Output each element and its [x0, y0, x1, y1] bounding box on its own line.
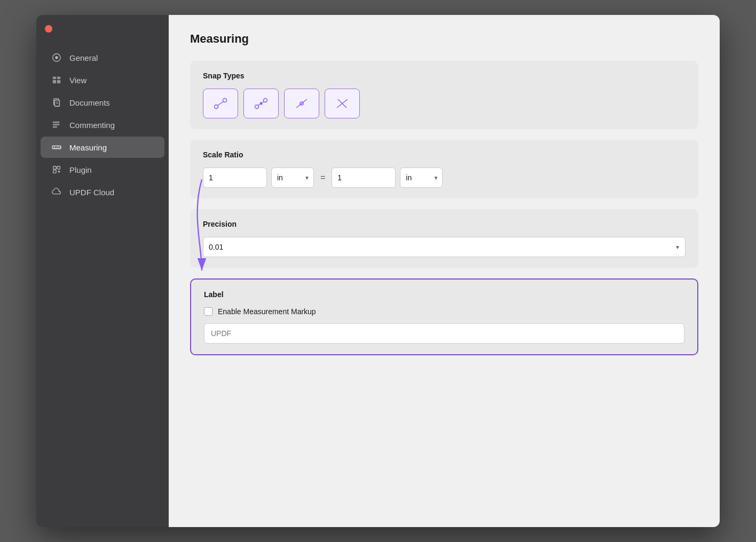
title-bar — [36, 15, 169, 43]
sidebar-item-plugin[interactable]: Plugin — [41, 159, 164, 180]
precision-title: Precision — [203, 220, 686, 228]
sidebar-item-measuring-label: Measuring — [69, 143, 107, 152]
close-button[interactable] — [45, 25, 52, 33]
measuring-icon — [51, 142, 62, 153]
sidebar: General View — [36, 15, 169, 527]
cloud-icon — [51, 187, 62, 197]
scale-left-unit-select[interactable]: in cm mm pt ft m — [271, 168, 314, 188]
sidebar-item-view[interactable]: View — [41, 69, 164, 91]
plugin-icon — [51, 164, 62, 175]
snap-types-grid — [203, 89, 686, 118]
svg-rect-16 — [53, 126, 57, 128]
svg-line-27 — [217, 101, 224, 106]
svg-rect-24 — [53, 170, 56, 173]
svg-rect-3 — [57, 77, 60, 79]
enable-measurement-markup-label: Enable Measurement Markup — [218, 307, 316, 316]
enable-measurement-markup-checkbox[interactable] — [204, 307, 212, 316]
snap-type-btn-3[interactable] — [284, 89, 319, 118]
documents-icon — [51, 97, 62, 108]
precision-select[interactable]: 0.001 0.01 0.1 1 — [203, 237, 686, 257]
svg-rect-15 — [53, 124, 60, 125]
sidebar-item-view-label: View — [69, 76, 86, 85]
label-section-title: Label — [204, 290, 684, 299]
main-content: Measuring Snap Types — [169, 15, 720, 527]
svg-rect-5 — [57, 80, 60, 83]
sidebar-item-general[interactable]: General — [41, 47, 164, 68]
svg-line-32 — [296, 99, 307, 108]
label-checkbox-row: Enable Measurement Markup — [204, 307, 684, 316]
svg-rect-17 — [52, 146, 61, 148]
general-icon — [51, 52, 62, 63]
sidebar-item-commenting[interactable]: Commenting — [41, 114, 164, 136]
label-section: Label Enable Measurement Markup — [190, 278, 698, 355]
svg-rect-4 — [53, 80, 56, 83]
svg-line-35 — [338, 99, 346, 108]
precision-select-wrapper: 0.001 0.01 0.1 1 ▼ — [203, 237, 686, 257]
scale-right-value-input[interactable] — [332, 168, 396, 188]
svg-rect-14 — [53, 122, 60, 123]
app-window: General View — [36, 15, 720, 527]
scale-ratio-row: in cm mm pt ft m ▼ = in cm mm — [203, 168, 686, 188]
precision-section: Precision 0.001 0.01 0.1 1 ▼ — [190, 209, 698, 268]
scale-ratio-title: Scale Ratio — [203, 150, 686, 159]
scale-right-unit-select[interactable]: in cm mm pt ft m — [400, 168, 443, 188]
snap-type-btn-2[interactable] — [243, 89, 279, 118]
svg-rect-2 — [53, 77, 56, 79]
snap-types-section: Snap Types — [190, 61, 698, 129]
page-title: Measuring — [190, 32, 698, 46]
svg-point-31 — [260, 102, 263, 105]
sidebar-item-updf-cloud-label: UPDF Cloud — [69, 188, 114, 197]
sidebar-item-commenting-label: Commenting — [69, 121, 115, 130]
snap-types-title: Snap Types — [203, 71, 686, 80]
sidebar-item-documents[interactable]: Documents — [41, 92, 164, 113]
scale-left-value-input[interactable] — [203, 168, 267, 188]
snap-type-btn-1[interactable] — [203, 89, 238, 118]
snap-type-btn-4[interactable] — [325, 89, 360, 118]
scale-left-unit-wrapper: in cm mm pt ft m ▼ — [271, 168, 314, 188]
sidebar-item-general-label: General — [69, 53, 98, 62]
view-icon — [51, 75, 62, 85]
sidebar-item-measuring[interactable]: Measuring — [41, 137, 164, 158]
equals-sign: = — [320, 173, 325, 182]
sidebar-item-plugin-label: Plugin — [69, 165, 92, 174]
scale-right-unit-wrapper: in cm mm pt ft m ▼ — [400, 168, 443, 188]
scale-ratio-section: Scale Ratio in cm mm pt ft m ▼ = — [190, 140, 698, 198]
commenting-icon — [51, 119, 62, 130]
svg-rect-23 — [57, 166, 60, 169]
svg-point-1 — [55, 56, 58, 59]
sidebar-item-documents-label: Documents — [69, 98, 110, 107]
sidebar-item-updf-cloud[interactable]: UPDF Cloud — [41, 181, 164, 203]
svg-rect-22 — [53, 166, 56, 169]
label-text-input[interactable] — [204, 323, 684, 344]
sidebar-nav: General View — [36, 43, 169, 207]
